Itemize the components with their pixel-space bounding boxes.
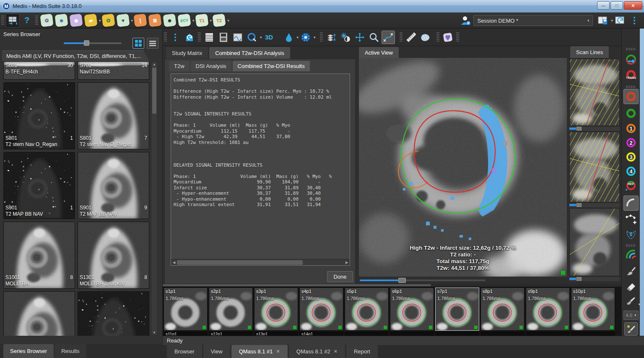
filmstrip-thumbnail-row2[interactable] — [526, 332, 570, 336]
filmstrip-thumbnail-row2[interactable] — [480, 332, 525, 336]
swap-views-button[interactable] — [624, 53, 638, 66]
report-horizontal-scrollbar[interactable]: ◀ ▶ — [171, 259, 350, 265]
tab-view[interactable]: View — [203, 345, 230, 358]
toolbar-grip[interactable] — [626, 86, 636, 88]
study-matrix-button[interactable] — [203, 31, 216, 44]
tab-study-matrix[interactable]: Study Matrix — [166, 47, 208, 59]
polyline-tool-button[interactable] — [624, 212, 638, 226]
filmstrip-thumbnail-row2[interactable]: s14p1 — [299, 332, 343, 336]
scan-lines-slider[interactable] — [569, 127, 620, 131]
toolbar-grip[interactable] — [35, 16, 38, 26]
stack-scroll-button[interactable] — [325, 31, 338, 44]
toolbar-menu-button[interactable] — [169, 31, 182, 44]
series-thumbnail[interactable]: S8011T2 stern Nav O_Regan — [3, 82, 75, 149]
app-qmass-icon[interactable]: ✿ — [40, 13, 53, 27]
tab-qmass-2[interactable]: QMass 8.1 #2✕ — [289, 345, 345, 358]
contour-set-button[interactable] — [624, 248, 638, 261]
series-thumbnail[interactable]: S10018MOLLI BH — [3, 222, 75, 289]
app-t2-icon[interactable]: T2 — [212, 13, 226, 27]
close-button[interactable]: ✕ — [624, 1, 642, 10]
qmass-logo-button[interactable] — [245, 31, 259, 44]
series-thumbnail[interactable] — [78, 291, 149, 336]
filmstrip-scrollbar[interactable] — [163, 284, 621, 287]
series-thumbnail[interactable]: S70114NaviT2StirBB — [78, 61, 149, 80]
series-1-button[interactable]: 1 — [624, 122, 638, 135]
toolbar-grip[interactable] — [198, 32, 201, 42]
maximize-button[interactable]: □ — [610, 1, 623, 10]
series-2-button[interactable]: 2 — [624, 136, 638, 149]
thumbnail-size-slider[interactable] — [64, 42, 122, 44]
app-tulip-icon[interactable]: ✿ — [101, 13, 115, 27]
subtab-combined-results[interactable]: Combined T2w-DSI Results — [233, 61, 310, 71]
list-view-button[interactable] — [147, 38, 158, 49]
thumbnail-size-slider-handle[interactable] — [84, 40, 89, 46]
done-button[interactable]: Done — [327, 271, 353, 282]
help-button[interactable]: ? — [20, 14, 34, 27]
toolbar-grip[interactable] — [1, 16, 4, 26]
signal-graph-button[interactable] — [231, 31, 244, 44]
eraser-tool-button[interactable] — [624, 280, 638, 293]
toolbar-grip[interactable] — [456, 32, 459, 42]
series-thumbnail[interactable]: S60130B-TFE_BH4ch — [3, 61, 75, 80]
study-tab[interactable]: Medis AMI (LV, RV Function, T2w, DSI, di… — [3, 50, 149, 61]
toolbar-grip[interactable] — [626, 244, 636, 247]
close-tab-icon[interactable]: ✕ — [276, 349, 280, 354]
series-red-button[interactable] — [623, 89, 639, 104]
scroll-right-icon[interactable]: ▶ — [345, 261, 349, 264]
tab-combined-analysis[interactable]: Combined T2w-DSI Analysis — [209, 47, 290, 59]
reference-button[interactable]: REF + — [624, 179, 638, 192]
series-green-button[interactable] — [624, 107, 638, 120]
dropdown-caret-icon[interactable]: ▾ — [227, 18, 229, 23]
filmstrip-thumbnail[interactable]: s3p1 1.786ms — [254, 287, 298, 331]
toolbar-grip[interactable] — [626, 48, 636, 50]
dropdown-caret-icon[interactable]: ▾ — [210, 18, 212, 23]
dropdown-caret-icon[interactable]: ▾ — [99, 18, 101, 23]
filmstrip-thumbnail-row2[interactable] — [390, 332, 434, 336]
app-stripe-icon[interactable]: ❘ — [133, 13, 147, 27]
filmstrip-thumbnail[interactable]: s9p1 1.786ms — [526, 287, 570, 331]
filmstrip-view-button[interactable] — [217, 31, 230, 44]
minimize-button[interactable]: — — [597, 1, 610, 10]
arc-tool-button[interactable] — [623, 196, 639, 211]
auto-threshold-button[interactable] — [624, 322, 638, 336]
tab-results[interactable]: Results — [55, 344, 86, 358]
dropdown-caret-icon[interactable]: ▾ — [297, 35, 299, 39]
active-view-image[interactable]: High T2w - Infarct size: 12,62g / 10,72 … — [359, 58, 567, 277]
tab-series-browser[interactable]: Series Browser — [3, 344, 54, 358]
app-person-icon[interactable]: ☻ — [163, 13, 176, 27]
tab-qmass-1[interactable]: QMass 8.1 #1✕ — [231, 345, 288, 358]
dropdown-caret-icon[interactable]: ▾ — [611, 18, 613, 23]
app-t1-icon[interactable]: T1 — [195, 13, 208, 27]
scroll-up-icon[interactable]: ▲ — [151, 63, 157, 66]
toolbar-grip[interactable] — [164, 32, 167, 42]
zoom-button[interactable] — [367, 31, 381, 44]
filmstrip-thumbnail[interactable]: s2p1 1.786ms — [209, 287, 253, 331]
lv-tool-button[interactable] — [441, 31, 454, 44]
app-sail-icon[interactable]: ◆ — [69, 13, 83, 27]
series-thumbnail[interactable]: S9011T2 MAP BB NAV — [3, 152, 75, 219]
filmstrip-thumbnail[interactable]: s5p1 1.786ms — [345, 287, 389, 331]
pan-button[interactable] — [353, 31, 366, 44]
series-scrollbar[interactable]: ▲ ▼ — [151, 61, 158, 336]
filmstrip-thumbnail[interactable]: s10p1 1.786ms — [571, 287, 615, 331]
filmstrip-thumbnail-row2[interactable]: s11p1 — [164, 332, 208, 336]
dropdown-caret-icon[interactable]: ▾ — [131, 18, 133, 23]
edit-contour-button[interactable] — [382, 31, 395, 44]
area-tool-button[interactable] — [418, 31, 432, 44]
toolbar-grip[interactable] — [320, 32, 323, 42]
subtab-dsi-analysis[interactable]: DSI Analysis — [191, 61, 231, 71]
scroll-left-icon[interactable]: ◀ — [172, 261, 176, 264]
dropdown-caret-icon[interactable]: ▾ — [192, 18, 195, 23]
tab-scan-lines[interactable]: Scan Lines — [570, 46, 609, 58]
app-ecv-icon[interactable]: ECV — [177, 13, 191, 27]
series-thumbnail[interactable]: S8017T2 stern Nav O_Regan — [78, 82, 149, 149]
scan-lines-slider[interactable] — [569, 277, 620, 281]
filmstrip-thumbnail-row2[interactable] — [571, 332, 615, 336]
auto-contour-button[interactable] — [624, 227, 638, 241]
layout-switch-button[interactable] — [6, 14, 19, 27]
filmstrip-thumbnail[interactable]: s7p1 1.786ms — [435, 287, 479, 331]
tab-active-view[interactable]: Active View — [359, 47, 399, 58]
reset-layout-button[interactable] — [613, 14, 627, 27]
filmstrip-thumbnail-row2[interactable] — [435, 332, 479, 336]
segment-wheel-button[interactable] — [299, 31, 312, 44]
